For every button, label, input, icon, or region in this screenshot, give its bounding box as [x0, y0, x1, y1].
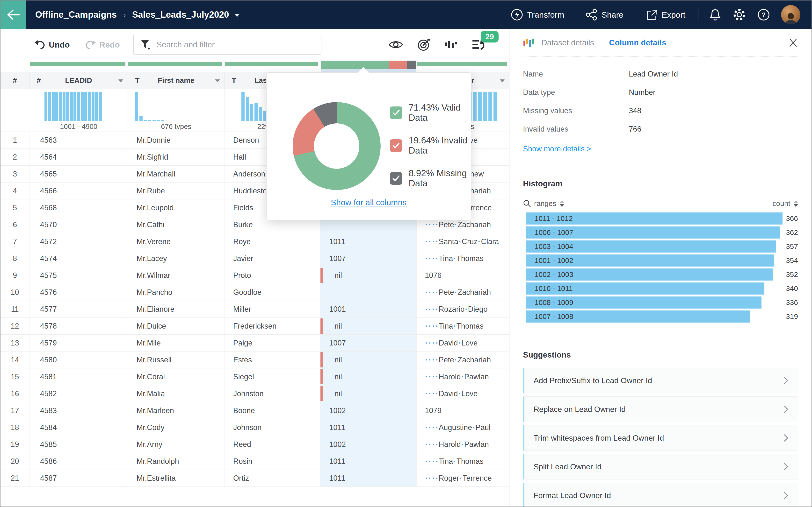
- cell-first_name[interactable]: Mr.Estrellita: [128, 470, 224, 487]
- mini-histogram-owner[interactable]: [468, 92, 497, 121]
- cell-lead-owner-id[interactable]: 1011: [320, 419, 417, 436]
- cell-leadid[interactable]: 4585: [30, 436, 128, 453]
- cell-first_name[interactable]: Mr.Russell: [128, 351, 224, 368]
- cell-last_name[interactable]: Paige: [224, 335, 320, 351]
- ranges-column-header[interactable]: ranges: [534, 200, 556, 208]
- cell-last_name[interactable]: Johnson: [224, 419, 320, 436]
- redo-button[interactable]: Redo: [85, 39, 120, 50]
- suggestion-card[interactable]: Split Lead Owner Id: [523, 454, 798, 480]
- cell-last_name[interactable]: Boone: [224, 402, 320, 419]
- cell-leadid[interactable]: 4565: [30, 166, 128, 182]
- ranges-sort-icon[interactable]: [560, 201, 564, 207]
- cell-first_name[interactable]: Mr.Cody: [128, 419, 224, 436]
- cell-last_name[interactable]: Goodloe: [224, 284, 320, 300]
- target-button[interactable]: [417, 38, 430, 51]
- cell-lead-owner-id[interactable]: nil: [320, 351, 417, 368]
- tab-dataset-details[interactable]: Dataset details: [541, 38, 594, 47]
- cell-leadid[interactable]: 4575: [30, 267, 128, 284]
- cell-first_name[interactable]: Mr.Sigfrid: [128, 149, 224, 165]
- cell-leadid[interactable]: 4583: [30, 402, 128, 419]
- cell-leadid[interactable]: 4587: [30, 470, 128, 487]
- preview-eye-button[interactable]: [388, 39, 403, 50]
- histogram-row[interactable]: 1007 - 1008319: [526, 311, 798, 325]
- cell-leadid[interactable]: 4580: [30, 351, 128, 368]
- cell-last_name[interactable]: Johnston: [224, 385, 320, 402]
- count-sort-icon[interactable]: [794, 201, 798, 207]
- cell-leadid[interactable]: 4564: [30, 149, 128, 165]
- cell-lead-owner-id[interactable]: 1007: [320, 335, 417, 351]
- cell-leadid[interactable]: 4570: [30, 216, 128, 233]
- cell-first_name[interactable]: Mr.Marleen: [128, 402, 224, 419]
- cell-leadid[interactable]: 4586: [30, 453, 128, 469]
- histogram-row[interactable]: 1001 - 1002354: [526, 255, 798, 269]
- cell-last_name[interactable]: Rosin: [224, 453, 320, 469]
- cell-last_name[interactable]: Siegel: [224, 369, 320, 385]
- cell-last_name[interactable]: Roye: [224, 233, 320, 250]
- cell-leadid[interactable]: 4566: [30, 182, 128, 199]
- avatar[interactable]: [781, 5, 800, 24]
- suggestion-card[interactable]: Add Prefix/Suffix to Lead Owner Id: [523, 368, 798, 393]
- column-header-leadid[interactable]: #LEADID: [30, 72, 128, 89]
- cell-lead-owner-id[interactable]: nil: [320, 385, 417, 402]
- column-header-first_name[interactable]: TFirst name: [128, 72, 224, 89]
- help-button[interactable]: ?: [757, 8, 770, 21]
- cell-first_name[interactable]: Mr.Verene: [128, 233, 224, 250]
- dataset-menu-caret-icon[interactable]: [235, 14, 240, 17]
- cell-owner[interactable]: ····Tina·Thomas: [417, 318, 509, 334]
- cell-last_name[interactable]: Reed: [224, 436, 320, 453]
- histogram-row[interactable]: 1008 - 1009336: [526, 296, 798, 311]
- transform-button[interactable]: Transform: [511, 8, 564, 21]
- cell-first_name[interactable]: Mr.Dulce: [128, 318, 224, 334]
- cell-first_name[interactable]: Mr.Randolph: [128, 453, 224, 469]
- cell-owner[interactable]: 1076: [417, 267, 509, 284]
- count-column-header[interactable]: count: [773, 200, 790, 208]
- histogram-row[interactable]: 1006 - 1007362: [526, 226, 798, 240]
- histogram-row[interactable]: 1003 - 1004357: [526, 240, 798, 255]
- quality-bar-leadid[interactable]: [30, 62, 125, 66]
- cell-first_name[interactable]: Mr.Malia: [128, 385, 224, 402]
- mini-histogram-leadid[interactable]: [45, 92, 102, 121]
- column-menu-caret-icon[interactable]: [215, 79, 220, 82]
- close-panel-button[interactable]: [788, 38, 798, 48]
- search-input[interactable]: [156, 40, 302, 50]
- histogram-row[interactable]: 1002 - 1003352: [526, 269, 798, 282]
- cell-first_name[interactable]: Mr.Wilmar: [128, 267, 224, 284]
- cell-last_name[interactable]: Proto: [224, 267, 320, 284]
- show-all-columns-link[interactable]: Show for all columns: [266, 198, 471, 207]
- cell-leadid[interactable]: 4582: [30, 385, 128, 402]
- invalid-checkbox[interactable]: [390, 139, 402, 152]
- cell-leadid[interactable]: 4577: [30, 301, 128, 318]
- cell-lead-owner-id[interactable]: nil: [320, 318, 417, 334]
- cell-last_name[interactable]: Ortiz: [224, 470, 320, 487]
- suggestion-card[interactable]: Replace on Lead Owner Id: [523, 396, 798, 422]
- quality-bar-last_name[interactable]: [225, 62, 318, 66]
- cell-first_name[interactable]: Mr.Rube: [128, 182, 224, 199]
- cell-first_name[interactable]: Mr.Donnie: [128, 132, 224, 149]
- cell-leadid[interactable]: 4578: [30, 318, 128, 334]
- histogram-row[interactable]: 1011 - 1012366: [526, 213, 798, 226]
- cell-owner[interactable]: ····Harold·Pawlan: [417, 369, 509, 385]
- cell-owner[interactable]: ····Harold·Pawlan: [417, 436, 509, 453]
- cell-owner[interactable]: ····Rozario·Diego: [417, 301, 509, 318]
- breadcrumb-current[interactable]: Sales_Leads_July2020: [132, 10, 229, 20]
- cell-lead-owner-id[interactable]: 1002: [320, 402, 417, 419]
- cell-lead-owner-id[interactable]: 1001: [320, 301, 417, 318]
- suggestion-card[interactable]: Trim whitespaces from Lead Owner Id: [523, 425, 798, 451]
- undo-button[interactable]: Undo: [34, 39, 70, 50]
- notifications-button[interactable]: [709, 8, 721, 21]
- applied-steps-button[interactable]: 29: [472, 39, 486, 51]
- cell-lead-owner-id[interactable]: 1011: [320, 233, 417, 250]
- cell-leadid[interactable]: 4584: [30, 419, 128, 436]
- cell-first_name[interactable]: Mr.Coral: [128, 369, 224, 385]
- cell-leadid[interactable]: 4576: [30, 284, 128, 300]
- cell-leadid[interactable]: 4572: [30, 233, 128, 250]
- column-menu-caret-icon[interactable]: [118, 79, 123, 82]
- column-menu-caret-icon[interactable]: [500, 79, 505, 82]
- cell-leadid[interactable]: 4574: [30, 250, 128, 267]
- cell-owner[interactable]: ····Pete·Zachariah: [417, 351, 509, 368]
- cell-first_name[interactable]: Mr.Mile: [128, 335, 224, 351]
- quality-bar-first_name[interactable]: [128, 62, 222, 66]
- quality-bar-lead_owner_id[interactable]: [321, 61, 416, 69]
- cell-lead-owner-id[interactable]: 1011: [320, 470, 417, 487]
- cell-leadid[interactable]: 4568: [30, 200, 128, 216]
